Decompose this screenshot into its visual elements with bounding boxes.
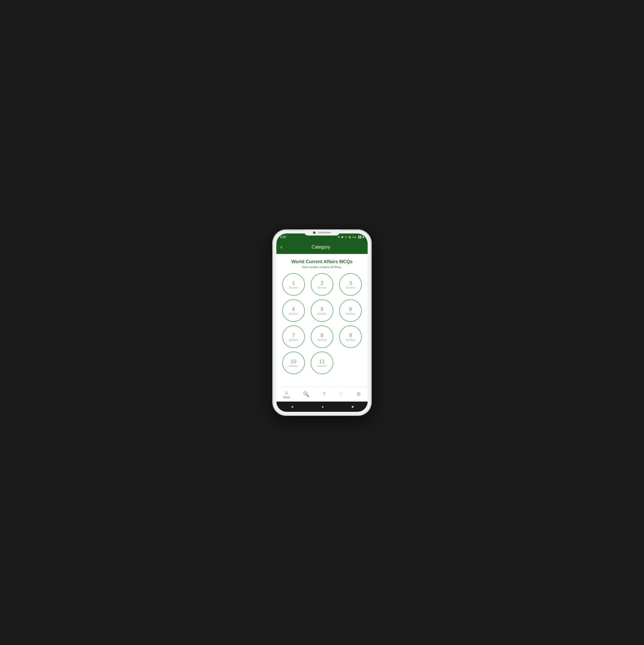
heart-icon: ♡ xyxy=(339,391,343,397)
section-label-5: Section xyxy=(317,312,327,315)
android-nav-bar: ◄ ● ■ xyxy=(276,402,368,412)
wifi-icon: ▾▲ xyxy=(352,235,356,238)
page-subtitle: Each section contains 20 Mcqs. xyxy=(302,265,342,268)
phone-device: 4:20 ⚙ ◉ ⊙ 🔒 ▾▲ ▐▐ ▮ ‹ Category World Cu… xyxy=(273,230,371,415)
gear-icon: ⚙ xyxy=(356,391,361,397)
camera xyxy=(313,231,316,234)
circle-status-icon: ⊙ xyxy=(345,235,347,238)
android-home-button[interactable]: ● xyxy=(321,405,324,409)
section-7[interactable]: 7Section xyxy=(282,326,305,348)
phone-screen: 4:20 ⚙ ◉ ⊙ 🔒 ▾▲ ▐▐ ▮ ‹ Category World Cu… xyxy=(276,233,368,412)
section-number-7: 7 xyxy=(292,332,295,338)
section-3[interactable]: 3Section xyxy=(339,273,362,296)
home-icon: ⌂ xyxy=(285,390,288,395)
section-label-9: Section xyxy=(346,338,355,341)
nav-home[interactable]: ⌂ Home xyxy=(280,389,293,400)
android-back-button[interactable]: ◄ xyxy=(290,405,294,409)
section-4[interactable]: 4Section xyxy=(282,299,305,322)
nav-quiz[interactable]: ? Quiz xyxy=(319,390,328,398)
quiz-icon: ? xyxy=(323,391,325,397)
section-6[interactable]: 6Section xyxy=(339,299,362,322)
section-label-11: Section xyxy=(317,364,327,368)
android-recent-button[interactable]: ■ xyxy=(351,405,353,409)
back-button[interactable]: ‹ xyxy=(281,244,282,250)
section-number-3: 3 xyxy=(349,280,352,286)
search-icon: 🔍 xyxy=(303,391,309,397)
nav-search[interactable]: 🔍 Search xyxy=(300,390,313,398)
section-number-1: 1 xyxy=(292,280,295,286)
section-label-7: Section xyxy=(289,338,298,341)
section-number-9: 9 xyxy=(349,332,352,338)
nav-home-label: Home xyxy=(283,396,290,399)
settings-status-icon: ⚙ xyxy=(338,235,340,238)
section-label-10: Section xyxy=(289,364,298,368)
nav-settings[interactable]: ⚙ Settings xyxy=(353,390,364,398)
bottom-nav: ⌂ Home 🔍 Search ? Quiz ♡ Favorites ⚙ Set… xyxy=(276,387,368,402)
app-bar: ‹ Category xyxy=(276,241,368,254)
speaker xyxy=(318,232,331,233)
section-5[interactable]: 5Section xyxy=(311,299,333,322)
nav-favorites[interactable]: ♡ Favorites xyxy=(336,390,346,398)
sections-grid: 1Section2Section3Section4Section5Section… xyxy=(281,273,363,374)
section-2[interactable]: 2Section xyxy=(311,273,333,296)
section-label-3: Section xyxy=(346,286,355,289)
main-content: World Current Affairs MCQs Each section … xyxy=(276,254,368,387)
section-1[interactable]: 1Section xyxy=(282,273,305,296)
section-label-2: Section xyxy=(317,286,327,289)
status-icons: ⚙ ◉ ⊙ 🔒 ▾▲ ▐▐ ▮ xyxy=(338,235,364,238)
battery-icon: ▮ xyxy=(362,235,364,238)
section-number-2: 2 xyxy=(320,280,323,286)
app-bar-title: Category xyxy=(287,244,354,250)
section-label-6: Section xyxy=(346,312,355,315)
section-number-8: 8 xyxy=(320,332,323,338)
section-number-10: 10 xyxy=(291,358,296,364)
section-number-5: 5 xyxy=(320,306,323,312)
section-number-6: 6 xyxy=(349,306,352,312)
phone-top-hardware xyxy=(304,230,340,235)
section-8[interactable]: 8Section xyxy=(311,326,333,348)
lock-status-icon: 🔒 xyxy=(348,235,351,238)
section-9[interactable]: 9Section xyxy=(339,326,362,348)
section-10[interactable]: 10Section xyxy=(282,352,305,374)
section-number-11: 11 xyxy=(319,358,325,364)
section-number-4: 4 xyxy=(292,306,295,312)
status-time: 4:20 xyxy=(280,235,286,239)
signal-icon: ▐▐ xyxy=(358,235,361,238)
section-label-4: Section xyxy=(289,312,298,315)
page-title: World Current Affairs MCQs xyxy=(291,259,352,264)
section-label-8: Section xyxy=(317,338,327,341)
shield-status-icon: ◉ xyxy=(341,235,343,238)
section-11[interactable]: 11Section xyxy=(311,352,333,374)
section-label-1: Section xyxy=(289,286,298,289)
